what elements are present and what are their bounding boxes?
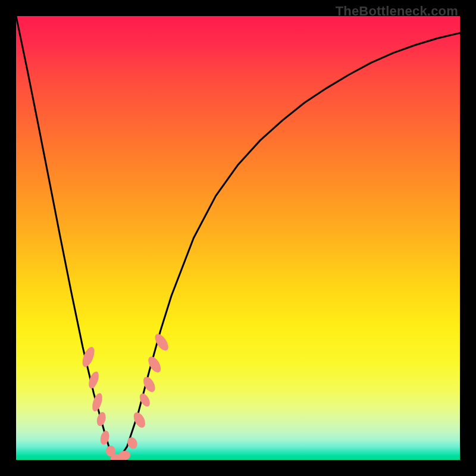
curve-marker [95,411,107,427]
curve-marker [90,392,104,413]
curve-marker [126,436,139,450]
plot-area [16,16,460,460]
chart-frame: TheBottleneck.com [0,0,476,476]
curve-marker [118,450,131,460]
bottleneck-curve [16,16,460,460]
bottleneck-curve-path [16,16,460,460]
curve-marker [99,430,111,446]
curve-layer [16,16,460,460]
